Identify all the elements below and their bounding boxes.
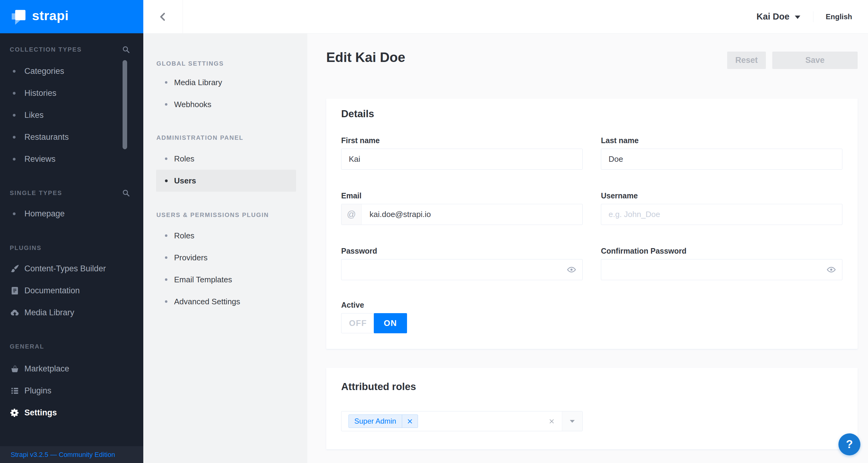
basket-icon <box>10 364 20 374</box>
save-button[interactable]: Save <box>772 52 858 69</box>
settings-item-providers[interactable]: Providers <box>156 247 296 268</box>
reset-button[interactable]: Reset <box>727 52 766 69</box>
active-label: Active <box>341 300 842 310</box>
last-name-field-block: Last name <box>601 136 842 170</box>
sidebar-footer: Strapi v3.2.5 — Community Edition <box>0 446 143 463</box>
sidebar-section-general: GENERAL <box>10 343 130 350</box>
password-label: Password <box>341 246 583 256</box>
search-icon[interactable] <box>122 189 130 197</box>
role-tag-super-admin: Super Admin <box>348 414 418 428</box>
sidebar-section-plugins: PLUGINS <box>10 244 130 252</box>
settings-item-webhooks[interactable]: Webhooks <box>156 93 296 115</box>
main-sidebar: strapi COLLECTION TYPES Categories Histo… <box>0 0 143 463</box>
roles-select[interactable]: Super Admin <box>341 411 583 431</box>
role-tag-label: Super Admin <box>349 417 402 426</box>
confirmation-password-field-block: Confirmation Password <box>601 246 842 280</box>
settings-item-roles[interactable]: Roles <box>156 148 296 170</box>
user-name: Kai Doe <box>756 11 789 22</box>
strapi-logo-icon <box>10 8 27 25</box>
settings-item-media-library[interactable]: Media Library <box>156 71 296 93</box>
active-toggle[interactable]: OFF ON <box>341 313 407 333</box>
help-button[interactable]: ? <box>838 433 860 455</box>
sidebar-item-reviews[interactable]: Reviews <box>0 148 143 170</box>
page-title: Edit Kai Doe <box>326 50 405 69</box>
settings-item-users[interactable]: Users <box>156 170 296 192</box>
sidebar-item-settings[interactable]: Settings <box>0 402 143 424</box>
topbar-divider <box>813 11 813 22</box>
sidebar-item-plugins[interactable]: Plugins <box>0 380 143 402</box>
last-name-label: Last name <box>601 136 842 145</box>
sidebar-item-restaurants[interactable]: Restaurants <box>0 126 143 148</box>
remove-role-icon[interactable] <box>402 418 418 424</box>
sidebar-item-content-types-builder[interactable]: Content-Types Builder <box>0 258 143 280</box>
strapi-logo-text: strapi <box>32 8 69 23</box>
details-heading: Details <box>341 108 842 120</box>
username-input[interactable] <box>601 204 842 225</box>
sidebar-item-likes[interactable]: Likes <box>0 104 143 126</box>
chevron-left-icon <box>158 11 168 23</box>
username-label: Username <box>601 191 842 200</box>
paintbrush-icon <box>10 264 20 273</box>
last-name-input[interactable] <box>601 149 842 169</box>
book-icon <box>10 286 20 295</box>
settings-section-global: GLOBAL SETTINGS <box>143 60 307 67</box>
first-name-field-block: First name <box>341 136 583 170</box>
attributed-roles-heading: Attributed roles <box>341 381 843 393</box>
sidebar-item-categories[interactable]: Categories <box>0 60 143 82</box>
sidebar-item-documentation[interactable]: Documentation <box>0 280 143 301</box>
settings-item-advanced-settings[interactable]: Advanced Settings <box>156 291 296 313</box>
username-field-block: Username <box>601 191 842 225</box>
caret-down-icon <box>795 16 800 19</box>
settings-section-users-permissions: USERS & PERMISSIONS PLUGIN <box>143 211 307 219</box>
sidebar-item-homepage[interactable]: Homepage <box>0 203 143 225</box>
settings-nav: GLOBAL SETTINGS Media Library Webhooks A… <box>143 34 307 463</box>
gear-icon <box>10 408 20 417</box>
caret-down-icon <box>570 420 575 423</box>
settings-item-email-templates[interactable]: Email Templates <box>156 268 296 291</box>
locale-switcher[interactable]: English <box>826 12 852 21</box>
back-button[interactable] <box>143 0 183 33</box>
details-card: Details First name Last name Email @ <box>326 98 858 349</box>
clear-selection-icon[interactable] <box>549 418 555 424</box>
toggle-on-option[interactable]: ON <box>374 313 407 333</box>
confirmation-password-label: Confirmation Password <box>601 246 842 256</box>
sidebar-item-media-library[interactable]: Media Library <box>0 301 143 323</box>
sidebar-section-single-types: SINGLE TYPES <box>10 189 130 197</box>
confirmation-password-input[interactable] <box>601 259 842 280</box>
sidebar-section-collection-types: COLLECTION TYPES <box>10 46 130 53</box>
eye-icon[interactable] <box>827 265 836 274</box>
password-field-block: Password <box>341 246 583 280</box>
sidebar-item-marketplace[interactable]: Marketplace <box>0 358 143 380</box>
sidebar-scrollbar[interactable] <box>123 60 127 149</box>
settings-section-administration-panel: ADMINISTRATION PANEL <box>143 134 307 142</box>
email-input[interactable] <box>362 204 582 225</box>
eye-icon[interactable] <box>567 265 576 274</box>
first-name-label: First name <box>341 136 583 145</box>
main-content: Edit Kai Doe Reset Save Details First na… <box>307 34 868 463</box>
settings-item-up-roles[interactable]: Roles <box>156 225 296 247</box>
search-icon[interactable] <box>122 46 130 54</box>
strapi-version-link[interactable]: Strapi v3.2.5 — Community Edition <box>11 451 115 459</box>
select-dropdown-toggle[interactable] <box>562 411 582 431</box>
active-toggle-block: Active OFF ON <box>341 300 842 333</box>
sidebar-item-histories[interactable]: Histories <box>0 82 143 104</box>
list-icon <box>10 386 20 396</box>
toggle-off-option[interactable]: OFF <box>341 314 374 333</box>
password-input[interactable] <box>341 259 582 280</box>
first-name-input[interactable] <box>341 149 582 169</box>
cloud-upload-icon <box>10 308 20 317</box>
email-field-block: Email @ <box>341 191 583 225</box>
strapi-logo[interactable]: strapi <box>0 0 143 33</box>
topbar: Kai Doe English <box>143 0 868 34</box>
at-sign-prefix: @ <box>341 204 362 225</box>
question-mark-icon: ? <box>846 438 853 451</box>
email-label: Email <box>341 191 583 200</box>
user-menu[interactable]: Kai Doe <box>756 11 800 22</box>
attributed-roles-card: Attributed roles Super Admin <box>326 368 858 449</box>
